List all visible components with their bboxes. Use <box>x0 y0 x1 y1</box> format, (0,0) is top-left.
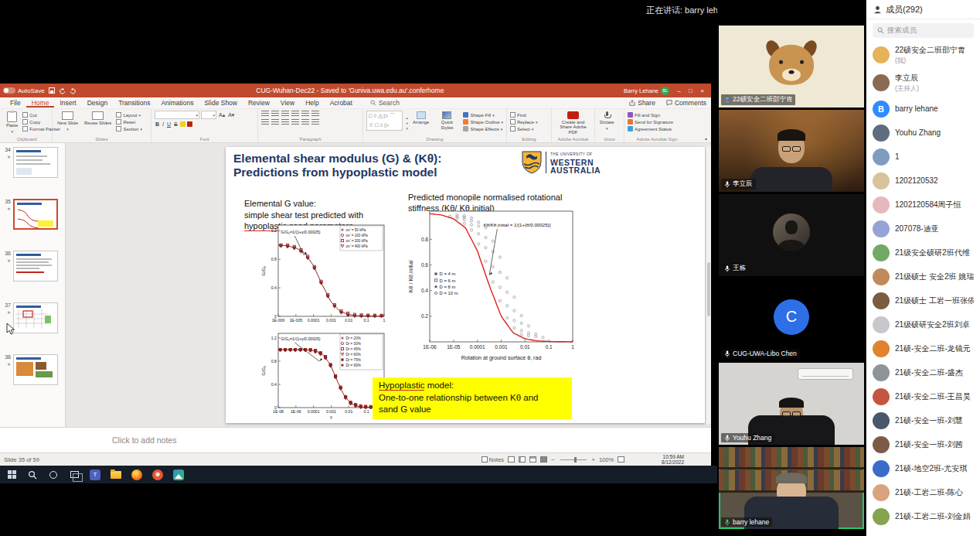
member-row[interactable]: 21硕-地空2班-尤安琪 <box>866 456 980 480</box>
bullets-icon[interactable] <box>261 111 269 117</box>
align-left-icon[interactable] <box>261 119 269 125</box>
reading-view-button[interactable] <box>529 456 536 463</box>
member-row[interactable]: 21硕-安全一班-刘慧 <box>866 408 980 432</box>
video-tile-active-speaker[interactable]: barry lehane <box>719 447 864 529</box>
close-button[interactable]: × <box>696 87 708 94</box>
member-row[interactable]: 1202120584周子恒 <box>866 193 980 217</box>
member-row[interactable]: 21硕-安全二班-王昌昊 <box>866 384 980 408</box>
browser-button[interactable] <box>148 466 167 483</box>
redo-icon[interactable] <box>70 87 77 94</box>
columns-icon[interactable] <box>301 119 309 125</box>
maximize-button[interactable]: □ <box>685 87 696 94</box>
section-button[interactable]: Section▾ <box>116 126 142 131</box>
undo-icon[interactable] <box>59 87 66 94</box>
strikethrough-button[interactable]: S <box>173 121 179 127</box>
zoom-out-button[interactable]: − <box>551 456 554 463</box>
minimize-button[interactable]: – <box>673 87 685 94</box>
menu-tab-animations[interactable]: Animations <box>155 98 199 108</box>
menu-tab-acrobat[interactable]: Acrobat <box>325 98 358 108</box>
slide-scrollbar[interactable] <box>706 146 711 424</box>
text-direction-icon[interactable] <box>311 111 319 117</box>
member-row[interactable]: 21硕-安全一班-刘茜 <box>866 432 980 456</box>
taskbar-search-button[interactable] <box>23 466 42 483</box>
task-view-button[interactable] <box>65 466 83 483</box>
member-row[interactable]: 21级硕研安全2班刘卓 <box>866 312 980 336</box>
video-tile[interactable]: 李立辰 <box>719 110 864 192</box>
member-search-input[interactable]: 搜索成员 <box>873 23 974 38</box>
menu-tab-home[interactable]: Home <box>26 98 55 108</box>
notes-toggle[interactable]: Notes <box>481 456 505 463</box>
member-row[interactable]: 21硕-工岩二班-陈心 <box>866 480 980 504</box>
collapse-ribbon-icon[interactable]: ▴ <box>705 135 707 141</box>
fill-and-sign-button[interactable]: Fill and Sign <box>628 112 673 118</box>
slide-thumbnail-current[interactable]: 35∗ <box>0 199 65 230</box>
member-row[interactable]: Bbarry lehane <box>866 97 980 121</box>
font-name-select[interactable]: ▾ <box>155 111 199 119</box>
justify-icon[interactable] <box>291 119 299 125</box>
menu-tab-insert[interactable]: Insert <box>54 98 81 108</box>
save-icon[interactable] <box>49 87 55 94</box>
text-highlight-icon[interactable] <box>180 121 185 127</box>
find-button[interactable]: Find <box>510 112 538 118</box>
zoom-in-button[interactable]: + <box>592 456 595 463</box>
video-tile[interactable]: 王栋 <box>719 194 864 276</box>
slide-canvas[interactable]: Elemental shear modulus (G) & (Kθ): Pred… <box>226 147 705 423</box>
increase-font-size-icon[interactable]: A▴ <box>218 112 226 118</box>
menu-tab-design[interactable]: Design <box>82 98 113 108</box>
smartart-icon[interactable] <box>311 119 319 125</box>
member-row[interactable]: 1 <box>866 145 980 169</box>
member-row[interactable]: 1202120532 <box>866 169 980 193</box>
increase-indent-icon[interactable] <box>291 111 299 117</box>
select-button[interactable]: Select▾ <box>510 126 538 131</box>
file-explorer-button[interactable] <box>107 466 125 483</box>
shapes-gallery[interactable]: □○△▷⌒ ☆□○▷ <box>366 111 403 131</box>
video-tile[interactable]: C CUG-UWA-Libo Chen <box>719 278 864 360</box>
menu-tab-transitions[interactable]: Transitions <box>113 98 155 108</box>
underline-button[interactable]: U <box>166 121 172 127</box>
member-row[interactable]: 21硕-工岩二班-刘金娟 <box>866 504 980 528</box>
quick-styles-button[interactable]: Quick Styles <box>434 111 460 135</box>
menu-tab-view[interactable]: View <box>275 98 300 108</box>
dictate-button[interactable]: Dictate▾ <box>598 111 616 135</box>
slide-thumbnail[interactable]: 38∗ <box>0 354 65 385</box>
member-row[interactable]: 21硕-安全二班-龙镜元 <box>866 336 980 360</box>
align-right-icon[interactable] <box>281 119 289 125</box>
numbering-icon[interactable] <box>271 111 279 117</box>
replace-button[interactable]: Replace▾ <box>510 119 538 125</box>
slide-thumbnail[interactable]: 36∗ <box>0 251 65 282</box>
slide-sorter-view-button[interactable] <box>519 456 526 463</box>
reset-button[interactable]: Reset <box>116 119 142 125</box>
send-for-signature-button[interactable]: Send for Signature <box>628 119 673 125</box>
font-color-icon[interactable] <box>187 121 192 127</box>
normal-view-button[interactable] <box>508 456 515 463</box>
fit-slide-button[interactable] <box>618 456 624 463</box>
bold-button[interactable]: B <box>155 121 160 127</box>
autosave-toggle[interactable]: AutoSave <box>3 87 45 94</box>
shape-effects-button[interactable]: Shape Effects▾ <box>463 126 503 131</box>
line-spacing-icon[interactable] <box>301 111 309 117</box>
menu-tab-review[interactable]: Review <box>243 98 275 108</box>
member-row[interactable]: 22硕安全二班邵宁胄(我) <box>866 41 980 69</box>
video-tile[interactable]: Youhu Zhang <box>719 363 864 445</box>
start-button[interactable] <box>2 466 21 483</box>
align-center-icon[interactable] <box>271 119 279 125</box>
zoom-slider-thumb[interactable] <box>574 457 577 463</box>
font-size-select[interactable]: ▾ <box>201 111 216 119</box>
firefox-button[interactable] <box>128 466 146 483</box>
member-row[interactable]: 21硕-安全二班-盛杰 <box>866 360 980 384</box>
new-slide-button[interactable]: New Slide▾ <box>56 111 80 135</box>
layout-button[interactable]: Layout▾ <box>116 112 142 118</box>
cortana-button[interactable] <box>44 466 63 483</box>
shape-fill-button[interactable]: Shape Fill▾ <box>463 112 503 118</box>
zoom-level[interactable]: 100% <box>599 456 614 463</box>
account-avatar[interactable]: BL <box>661 87 669 95</box>
slide-thumbnail[interactable]: 34∗ <box>0 147 65 178</box>
member-row[interactable]: 21级硕士 工岩一班张依杰 <box>866 288 980 312</box>
member-row[interactable]: 李立辰(主持人) <box>866 69 980 97</box>
shape-outline-button[interactable]: Shape Outline▾ <box>463 119 503 125</box>
teams-button[interactable]: T <box>86 466 104 483</box>
zoom-slider[interactable] <box>560 459 587 460</box>
slideshow-button[interactable] <box>540 456 547 463</box>
photos-button[interactable] <box>169 466 188 483</box>
reuse-slides-button[interactable]: Reuse Slides <box>83 111 113 135</box>
